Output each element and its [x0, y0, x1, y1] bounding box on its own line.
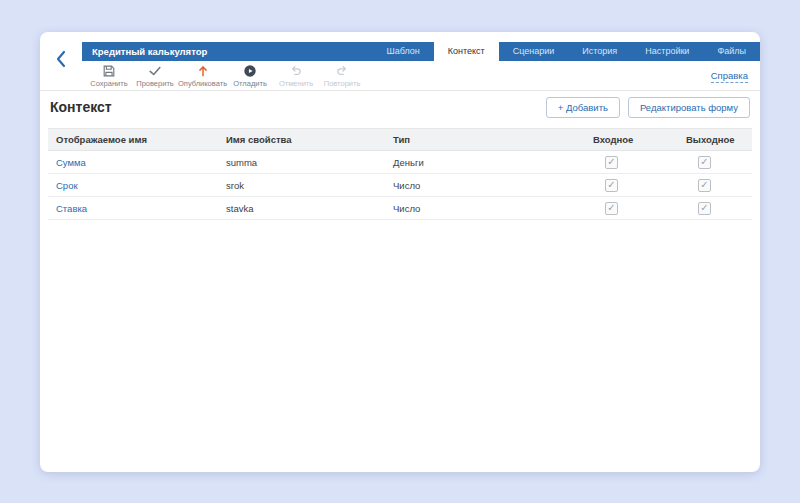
save-button[interactable]: Сохранить [86, 62, 132, 90]
context-table: Отображаемое имя Имя свойства Тип Входно… [48, 128, 752, 220]
output-checkbox[interactable] [698, 202, 711, 215]
chevron-left-icon [54, 50, 68, 72]
table-row: Срок srok Число [48, 174, 752, 197]
undo-icon [289, 64, 303, 78]
row-type: Число [385, 203, 585, 214]
tab-history[interactable]: История [568, 42, 631, 61]
toolbar: Сохранить Проверить Опубликовать [82, 61, 760, 91]
row-type: Число [385, 180, 585, 191]
back-button[interactable] [40, 32, 82, 90]
output-checkbox[interactable] [698, 179, 711, 192]
app-window: Кредитный калькулятор Шаблон Контекст Сц… [40, 32, 760, 472]
check-icon [148, 64, 162, 78]
debug-label: Отладить [233, 79, 267, 88]
row-link[interactable]: Срок [56, 180, 78, 191]
undo-button: Отменить [273, 62, 319, 90]
row-link[interactable]: Сумма [56, 157, 86, 168]
input-checkbox[interactable] [605, 179, 618, 192]
tab-files[interactable]: Файлы [703, 42, 760, 61]
table-row: Ставка stavka Число [48, 197, 752, 220]
redo-label: Повторить [324, 79, 361, 88]
header-type: Тип [385, 134, 585, 145]
tab-strip: Шаблон Контекст Сценарии История Настрой… [372, 42, 760, 61]
debug-button[interactable]: Отладить [227, 62, 273, 90]
header-output: Выходное [678, 134, 752, 145]
tab-template[interactable]: Шаблон [372, 42, 433, 61]
input-checkbox[interactable] [605, 156, 618, 169]
output-checkbox[interactable] [698, 156, 711, 169]
header-divider [40, 90, 760, 91]
tab-scenarios[interactable]: Сценарии [499, 42, 569, 61]
publish-icon [196, 64, 210, 78]
input-checkbox[interactable] [605, 202, 618, 215]
verify-label: Проверить [136, 79, 174, 88]
debug-icon [243, 64, 257, 78]
help-link[interactable]: Справка [711, 70, 748, 83]
row-property: srok [218, 180, 385, 191]
save-icon [102, 64, 116, 78]
redo-button: Повторить [319, 62, 365, 90]
row-property: summa [218, 157, 385, 168]
publish-button[interactable]: Опубликовать [178, 62, 227, 90]
app-title: Кредитный калькулятор [82, 42, 207, 61]
tab-context[interactable]: Контекст [434, 42, 499, 61]
redo-icon [335, 64, 349, 78]
verify-button[interactable]: Проверить [132, 62, 178, 90]
table-header-row: Отображаемое имя Имя свойства Тип Входно… [48, 128, 752, 151]
table-row: Сумма summa Деньги [48, 151, 752, 174]
page-title: Контекст [50, 99, 112, 115]
row-link[interactable]: Ставка [56, 203, 87, 214]
content-header: Контекст + Добавить Редактировать форму [50, 94, 750, 120]
undo-label: Отменить [279, 79, 313, 88]
row-type: Деньги [385, 157, 585, 168]
top-bar: Кредитный калькулятор Шаблон Контекст Сц… [82, 42, 760, 61]
action-buttons: + Добавить Редактировать форму [546, 97, 750, 118]
add-button[interactable]: + Добавить [546, 97, 620, 118]
publish-label: Опубликовать [178, 79, 227, 88]
header-input: Входное [585, 134, 678, 145]
header-property-name: Имя свойства [218, 134, 385, 145]
row-property: stavka [218, 203, 385, 214]
header-display-name: Отображаемое имя [48, 134, 218, 145]
edit-form-button[interactable]: Редактировать форму [628, 97, 750, 118]
tab-settings[interactable]: Настройки [631, 42, 703, 61]
save-label: Сохранить [90, 79, 127, 88]
